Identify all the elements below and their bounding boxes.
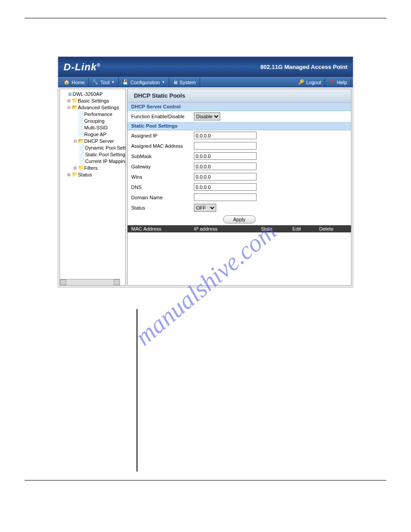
tree-rogue-ap[interactable]: 📄Rogue AP <box>60 131 125 137</box>
plus-icon: ⊞ <box>73 166 78 170</box>
product-title: 802.11G Managed Access Point <box>260 64 347 70</box>
tree-current-ip-mapping[interactable]: 📄Current IP Mapping L <box>60 158 125 164</box>
row-submask: SubMask <box>128 151 351 161</box>
submask-label: SubMask <box>131 154 194 159</box>
tree-performance[interactable]: 📄Performance <box>60 111 125 117</box>
menu-logout[interactable]: 🔑Logout <box>295 77 325 87</box>
folder-icon: 📁 <box>72 98 78 103</box>
minus-icon: ⊟ <box>73 139 78 143</box>
scroll-left-icon[interactable] <box>60 279 66 285</box>
row-function-enable: Function Enable/Disable Disable <box>128 111 351 122</box>
col-state: State <box>261 226 292 232</box>
section-static-pool: Static Pool Settings <box>128 122 351 130</box>
col-edit: Edit <box>292 226 319 232</box>
menu-system[interactable]: 🖥System <box>169 77 200 87</box>
scroll-right-icon[interactable] <box>114 279 120 285</box>
sidebar: 🖥DWL-3260AP ⊞📁Basic Settings ⊟📂Advanced … <box>60 89 126 286</box>
menu-home[interactable]: 🏠Home <box>60 77 89 87</box>
pool-table-header: MAC Address IP address State Edit Delete <box>128 225 351 232</box>
top-rule <box>25 18 386 18</box>
tree-status[interactable]: ⊞📁Status <box>60 171 125 178</box>
logo: D-Link® <box>64 61 101 73</box>
menu-bar: 🏠Home 🔧Tool▼ 💾Configuration▼ 🖥System 🔑Lo… <box>58 77 353 87</box>
home-icon: 🏠 <box>64 79 70 85</box>
menu-help[interactable]: ❓Help <box>325 77 351 87</box>
nav-tree: 🖥DWL-3260AP ⊞📁Basic Settings ⊟📂Advanced … <box>60 89 125 180</box>
panel-title-bar: DHCP Static Pools <box>128 89 351 103</box>
minus-icon: ⊟ <box>66 105 72 110</box>
gateway-input[interactable] <box>194 163 257 170</box>
gateway-label: Gateway <box>131 164 194 169</box>
status-label: Status <box>131 205 194 210</box>
file-icon: 📄 <box>78 131 84 137</box>
file-icon: 📄 <box>78 124 84 130</box>
tree-dhcp-server[interactable]: ⊟📂DHCP Server <box>60 137 125 144</box>
vertical-divider <box>137 309 137 472</box>
section-dhcp-control: DHCP Server Control <box>128 103 351 111</box>
tree-basic-settings[interactable]: ⊞📁Basic Settings <box>60 97 125 104</box>
main-panel: DHCP Static Pools DHCP Server Control Fu… <box>127 89 351 286</box>
tool-icon: 🔧 <box>92 79 98 85</box>
row-gateway: Gateway <box>128 161 351 172</box>
file-icon: 📄 <box>78 118 84 124</box>
row-status: Status OFF <box>128 202 351 213</box>
assigned-mac-label: Assigned MAC Address <box>131 143 194 149</box>
body-area: 🖥DWL-3260AP ⊞📁Basic Settings ⊟📂Advanced … <box>58 87 353 287</box>
row-dns: DNS <box>128 182 351 192</box>
wins-label: Wins <box>131 174 194 180</box>
chevron-down-icon: ▼ <box>111 80 115 84</box>
plus-icon: ⊞ <box>66 172 72 177</box>
router-admin-ui: D-Link® 802.11G Managed Access Point 🏠Ho… <box>58 56 353 287</box>
col-ip: IP address <box>194 226 261 232</box>
row-assigned-ip: Assigned IP <box>128 130 351 141</box>
assigned-ip-input[interactable] <box>194 132 257 139</box>
tree-grouping[interactable]: 📄Grouping <box>60 117 125 124</box>
col-mac: MAC Address <box>131 226 194 232</box>
device-icon: 🖥 <box>66 91 73 97</box>
header-bar: D-Link® 802.11G Managed Access Point <box>58 57 353 77</box>
file-icon: 📄 <box>79 145 85 150</box>
row-assigned-mac: Assigned MAC Address <box>128 141 351 151</box>
tree-root[interactable]: 🖥DWL-3260AP <box>60 91 125 97</box>
chevron-down-icon: ▼ <box>162 80 165 84</box>
file-icon: 📄 <box>79 151 85 157</box>
tree-advanced-settings[interactable]: ⊟📂Advanced Settings <box>60 104 125 111</box>
function-select[interactable]: Disable <box>194 112 220 120</box>
bottom-rule <box>25 480 386 481</box>
tree-dynamic-pool[interactable]: 📄Dynamic Pool Setting <box>60 144 125 151</box>
domain-input[interactable] <box>194 193 257 201</box>
folder-icon: 📁 <box>72 172 78 177</box>
plus-icon: ⊞ <box>66 99 72 103</box>
wins-input[interactable] <box>194 173 257 180</box>
row-wins: Wins <box>128 172 351 182</box>
domain-label: Domain Name <box>131 195 194 200</box>
folder-icon: 📁 <box>78 165 84 171</box>
apply-row: Apply <box>128 213 351 225</box>
submask-input[interactable] <box>194 152 257 160</box>
tree-filters[interactable]: ⊞📁Filters <box>60 164 125 171</box>
folder-open-icon: 📂 <box>72 104 78 110</box>
function-label: Function Enable/Disable <box>131 114 194 119</box>
row-domain: Domain Name <box>128 192 351 202</box>
panel-title: DHCP Static Pools <box>134 92 185 99</box>
folder-open-icon: 📂 <box>78 138 84 144</box>
status-select[interactable]: OFF <box>194 204 216 212</box>
file-icon: 📄 <box>78 111 84 117</box>
logout-icon: 🔑 <box>298 79 304 85</box>
system-icon: 🖥 <box>173 80 178 85</box>
apply-button[interactable]: Apply <box>223 215 256 223</box>
save-icon: 💾 <box>122 79 128 85</box>
tree-multi-ssid[interactable]: 📄Multi-SSID <box>60 124 125 131</box>
assigned-mac-input[interactable] <box>194 142 257 150</box>
dns-label: DNS <box>131 184 194 190</box>
file-icon: 📄 <box>79 158 85 164</box>
assigned-ip-label: Assigned IP <box>131 133 194 138</box>
help-icon: ❓ <box>329 79 335 85</box>
menu-tool[interactable]: 🔧Tool▼ <box>89 77 119 87</box>
dns-input[interactable] <box>194 183 257 191</box>
tree-static-pool[interactable]: 📄Static Pool Setting <box>60 151 125 158</box>
col-delete: Delete <box>319 226 346 232</box>
horizontal-scrollbar[interactable] <box>60 279 120 285</box>
menu-configuration[interactable]: 💾Configuration▼ <box>119 77 169 87</box>
